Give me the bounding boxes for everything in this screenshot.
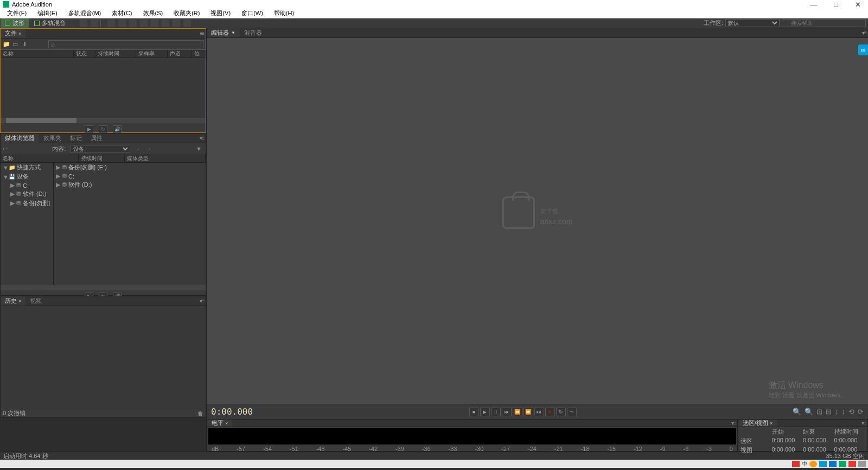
tray-icon[interactable] (829, 461, 837, 467)
marquee-icon[interactable] (151, 20, 158, 27)
tree-item-backup[interactable]: ▶⛃ 备份[勿删] (1, 199, 53, 208)
tree-row[interactable]: ▶⛃ C: (54, 172, 206, 180)
new-file-icon[interactable]: ▭ (12, 41, 20, 47)
heal-icon[interactable] (183, 20, 191, 27)
panel-menu-icon[interactable]: ▾≡ (200, 298, 203, 304)
tab-effects-rack[interactable]: 效果夹 (39, 134, 66, 143)
move-tool-icon[interactable] (107, 20, 115, 27)
files-search[interactable] (48, 40, 203, 48)
col-name[interactable]: 名称 (1, 50, 74, 58)
search-input[interactable] (782, 20, 865, 26)
files-list[interactable] (1, 58, 206, 118)
zoom-prev-icon[interactable]: ⟲ (848, 408, 854, 416)
zoom-next-icon[interactable]: ⟳ (858, 408, 864, 416)
close-tab-icon[interactable]: × (18, 298, 21, 304)
menu-clip[interactable]: 素材(C) (106, 9, 137, 17)
col-channels[interactable]: 声道 (168, 50, 192, 58)
menu-multitrack[interactable]: 多轨混音(M) (63, 9, 107, 17)
pause-button[interactable]: ⏸ (491, 408, 501, 416)
workspace-dropdown[interactable]: 默认 (725, 19, 780, 27)
spectral-pitch-icon[interactable] (91, 20, 98, 27)
menu-file[interactable]: 文件(F) (2, 9, 32, 17)
ime-icon[interactable] (792, 461, 800, 467)
panel-menu-icon[interactable]: ▾≡ (200, 30, 203, 36)
zoom-full-icon[interactable]: ⊡ (816, 408, 822, 416)
col-duration[interactable]: 持续时间 (79, 154, 125, 162)
nav-back-icon[interactable]: ← (137, 145, 144, 152)
files-scrollbar[interactable] (1, 118, 206, 123)
open-file-icon[interactable]: 📁 (3, 41, 10, 47)
trash-icon[interactable]: 🗑 (197, 410, 203, 417)
brush-icon[interactable] (173, 20, 180, 27)
tab-mixer[interactable]: 混音器 (240, 28, 266, 37)
spectral-frequency-icon[interactable] (80, 20, 87, 27)
play-button[interactable]: ▶ (85, 125, 93, 133)
history-list[interactable] (1, 306, 206, 409)
col-name[interactable]: 名称 (1, 154, 79, 162)
menu-view[interactable]: 视图(V) (205, 9, 236, 17)
zoom-sel-icon[interactable]: ⊟ (826, 408, 832, 416)
close-tab-icon[interactable]: × (18, 31, 21, 36)
col-status[interactable]: 状态 (74, 50, 95, 58)
tab-media-browser[interactable]: 媒体浏览器 (1, 134, 39, 143)
tab-selview[interactable]: 选区/视图× (738, 420, 777, 427)
tab-properties[interactable]: 属性 (86, 134, 107, 143)
tab-markers[interactable]: 标记 (66, 134, 86, 143)
tree-item-c[interactable]: ▶⛃ C: (1, 181, 53, 189)
back-icon[interactable]: ↩ (3, 145, 10, 152)
multitrack-mode-button[interactable]: 多轨混音 (30, 18, 70, 28)
skip-button[interactable]: ⤳ (567, 408, 577, 416)
browser-scrollbar[interactable] (1, 285, 206, 290)
tray-icon[interactable] (839, 461, 846, 467)
import-icon[interactable]: ⬇ (22, 41, 30, 47)
zoom-in-v-icon[interactable]: ↕ (835, 408, 839, 416)
waveform-mode-button[interactable]: 波形 (1, 18, 29, 28)
zoom-out-v-icon[interactable]: ↕ (842, 408, 846, 416)
nav-fwd-icon[interactable]: → (146, 145, 154, 152)
panel-menu-icon[interactable]: ▾≡ (731, 420, 735, 426)
menu-window[interactable]: 窗口(W) (236, 9, 269, 17)
loop-button[interactable]: ↻ (556, 408, 566, 416)
zoom-out-icon[interactable]: 🔍 (805, 408, 813, 416)
menu-effects[interactable]: 效果(S) (138, 9, 169, 17)
search-help[interactable] (782, 19, 866, 27)
tray-icon[interactable] (819, 461, 827, 467)
content-dropdown[interactable]: 设备 (71, 145, 130, 153)
tab-files[interactable]: 文件× (1, 29, 25, 38)
time-selection-icon[interactable] (140, 20, 148, 27)
tree-item-d[interactable]: ▶⛃ 软件 (D:) (1, 189, 53, 199)
filter-icon[interactable]: ▼ (196, 145, 203, 152)
close-button[interactable]: ✕ (851, 1, 865, 9)
ime-label[interactable]: 中 (802, 460, 807, 468)
menu-favorites[interactable]: 收藏夹(R) (168, 9, 205, 17)
forward-button[interactable]: ⏩ (524, 408, 533, 416)
tab-levels[interactable]: 电平× (207, 420, 232, 427)
panel-menu-icon[interactable]: ▾≡ (200, 135, 203, 141)
minimize-button[interactable]: — (806, 1, 821, 9)
tree-item-devices[interactable]: ▼💾 设备 (1, 172, 53, 181)
next-button[interactable]: ⏭ (534, 408, 544, 416)
timecode[interactable]: 0:00.000 (211, 407, 253, 417)
razor-tool-icon[interactable] (118, 20, 126, 27)
tab-video[interactable]: 视频 (25, 296, 46, 306)
col-duration[interactable]: 持续时间 (95, 50, 136, 58)
menu-help[interactable]: 帮助(H) (269, 9, 299, 17)
rewind-button[interactable]: ⏪ (513, 408, 522, 416)
maximize-button[interactable]: □ (829, 1, 843, 9)
record-button[interactable]: ● (545, 408, 555, 416)
tray-icon[interactable] (848, 461, 856, 467)
stop-button[interactable]: ■ (469, 408, 479, 416)
tray-icon[interactable] (858, 461, 866, 467)
play-button[interactable]: ▶ (480, 408, 490, 416)
lasso-icon[interactable] (162, 20, 169, 27)
tab-editor[interactable]: 编辑器 ▼ (207, 28, 240, 37)
col-bits[interactable]: 位 (192, 50, 206, 58)
cloud-sync-icon[interactable]: ∞ (858, 45, 868, 55)
zoom-in-icon[interactable]: 🔍 (793, 408, 801, 416)
level-meter[interactable] (208, 428, 736, 444)
panel-menu-icon[interactable]: ▾≡ (862, 30, 866, 36)
tree-row[interactable]: ▶⛃ 备份[勿删] (E:) (54, 163, 206, 172)
menu-edit[interactable]: 编辑(E) (32, 9, 63, 17)
tray-icon[interactable] (809, 461, 817, 467)
col-mediatype[interactable]: 媒体类型 (125, 154, 206, 162)
